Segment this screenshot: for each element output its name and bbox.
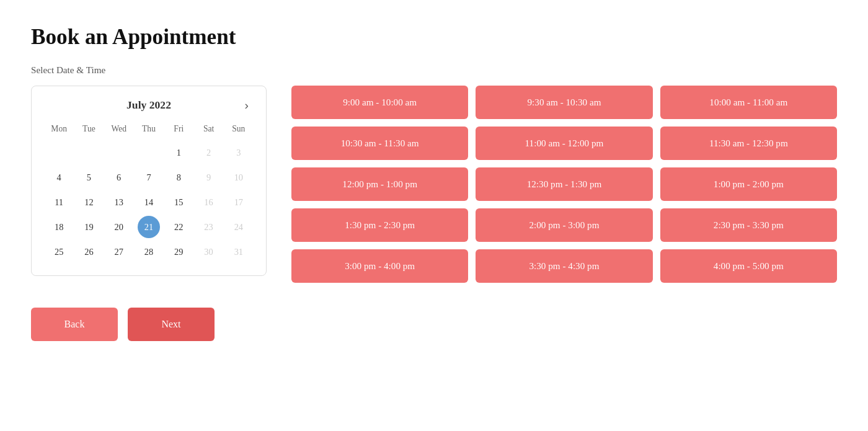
calendar-month: July xyxy=(126,99,146,111)
calendar-day[interactable]: 6 xyxy=(108,166,130,189)
calendar-day[interactable]: 14 xyxy=(138,191,160,213)
timeslot-button[interactable]: 11:30 am - 12:30 pm xyxy=(660,127,837,160)
timeslot-button[interactable]: 2:00 pm - 3:00 pm xyxy=(476,208,652,242)
calendar-day[interactable]: 10 xyxy=(228,166,250,189)
timeslot-button[interactable]: 11:00 am - 12:00 pm xyxy=(476,127,652,160)
calendar-day[interactable]: 2 xyxy=(198,141,220,164)
timeslots-container: 9:00 am - 10:00 am9:30 am - 10:30 am10:0… xyxy=(291,86,837,283)
calendar-day[interactable]: 9 xyxy=(198,166,220,189)
weekday-label: Tue xyxy=(74,122,104,136)
calendar-day[interactable]: 4 xyxy=(48,166,70,189)
calendar-grid: MonTueWedThuFriSatSun 123456789101112131… xyxy=(44,122,254,263)
timeslot-button[interactable]: 9:00 am - 10:00 am xyxy=(291,86,468,119)
timeslot-button[interactable]: 10:00 am - 11:00 am xyxy=(660,86,837,119)
timeslot-button[interactable]: 9:30 am - 10:30 am xyxy=(476,86,652,119)
calendar-day[interactable]: 29 xyxy=(167,241,190,263)
calendar-day[interactable]: 30 xyxy=(198,241,220,263)
calendar-day[interactable]: 22 xyxy=(167,216,190,238)
timeslot-button[interactable]: 12:00 pm - 1:00 pm xyxy=(291,167,468,201)
calendar-day xyxy=(78,141,100,164)
next-button[interactable]: Next xyxy=(128,308,215,341)
calendar-day[interactable]: 28 xyxy=(138,241,160,263)
calendar-weekdays: MonTueWedThuFriSatSun xyxy=(44,122,254,136)
calendar-day[interactable]: 17 xyxy=(228,191,250,213)
calendar-day[interactable]: 18 xyxy=(48,216,70,238)
weekday-label: Wed xyxy=(104,122,134,136)
calendar-day[interactable]: 5 xyxy=(78,166,100,189)
calendar-day[interactable]: 12 xyxy=(78,191,100,213)
calendar-day[interactable]: 3 xyxy=(228,141,250,164)
calendar-day[interactable]: 11 xyxy=(48,191,70,213)
calendar-day[interactable]: 13 xyxy=(108,191,130,213)
main-content: July 2022 › MonTueWedThuFriSatSun 123456… xyxy=(31,86,837,283)
calendar-day[interactable]: 7 xyxy=(138,166,160,189)
timeslot-button[interactable]: 3:30 pm - 4:30 pm xyxy=(476,249,652,283)
weekday-label: Sun xyxy=(224,122,254,136)
timeslot-button[interactable]: 1:30 pm - 2:30 pm xyxy=(291,208,468,242)
section-label: Select Date & Time xyxy=(31,64,837,76)
weekday-label: Sat xyxy=(193,122,223,136)
timeslot-button[interactable]: 3:00 pm - 4:00 pm xyxy=(291,249,468,283)
timeslot-button[interactable]: 4:00 pm - 5:00 pm xyxy=(660,249,837,283)
calendar-day[interactable]: 19 xyxy=(78,216,100,238)
calendar-day[interactable]: 21 xyxy=(138,216,160,238)
calendar-day[interactable]: 25 xyxy=(48,241,70,263)
timeslot-button[interactable]: 12:30 pm - 1:30 pm xyxy=(476,167,652,201)
calendar-header: July 2022 › xyxy=(44,99,254,112)
calendar-day[interactable]: 15 xyxy=(167,191,190,213)
calendar-day[interactable]: 20 xyxy=(108,216,130,238)
calendar-day[interactable]: 26 xyxy=(78,241,100,263)
calendar-title: July 2022 xyxy=(44,99,254,112)
weekday-label: Thu xyxy=(134,122,164,136)
calendar-day xyxy=(48,141,70,164)
page-title: Book an Appointment xyxy=(31,25,837,50)
calendar-day[interactable]: 24 xyxy=(228,216,250,238)
calendar-day[interactable]: 31 xyxy=(228,241,250,263)
bottom-actions: Back Next xyxy=(31,308,837,341)
calendar-days: 1234567891011121314151617181920212223242… xyxy=(44,141,254,263)
calendar-day xyxy=(108,141,130,164)
calendar-next-button[interactable]: › xyxy=(240,96,254,115)
timeslot-button[interactable]: 2:30 pm - 3:30 pm xyxy=(660,208,837,242)
calendar-day xyxy=(138,141,160,164)
back-button[interactable]: Back xyxy=(31,308,118,341)
weekday-label: Mon xyxy=(44,122,74,136)
calendar-day[interactable]: 1 xyxy=(167,141,190,164)
weekday-label: Fri xyxy=(164,122,193,136)
calendar-year: 2022 xyxy=(149,99,171,111)
calendar: July 2022 › MonTueWedThuFriSatSun 123456… xyxy=(31,86,267,276)
timeslot-button[interactable]: 10:30 am - 11:30 am xyxy=(291,127,468,160)
calendar-day[interactable]: 27 xyxy=(108,241,130,263)
calendar-day[interactable]: 8 xyxy=(167,166,190,189)
timeslot-button[interactable]: 1:00 pm - 2:00 pm xyxy=(660,167,837,201)
calendar-day[interactable]: 23 xyxy=(198,216,220,238)
calendar-day[interactable]: 16 xyxy=(198,191,220,213)
